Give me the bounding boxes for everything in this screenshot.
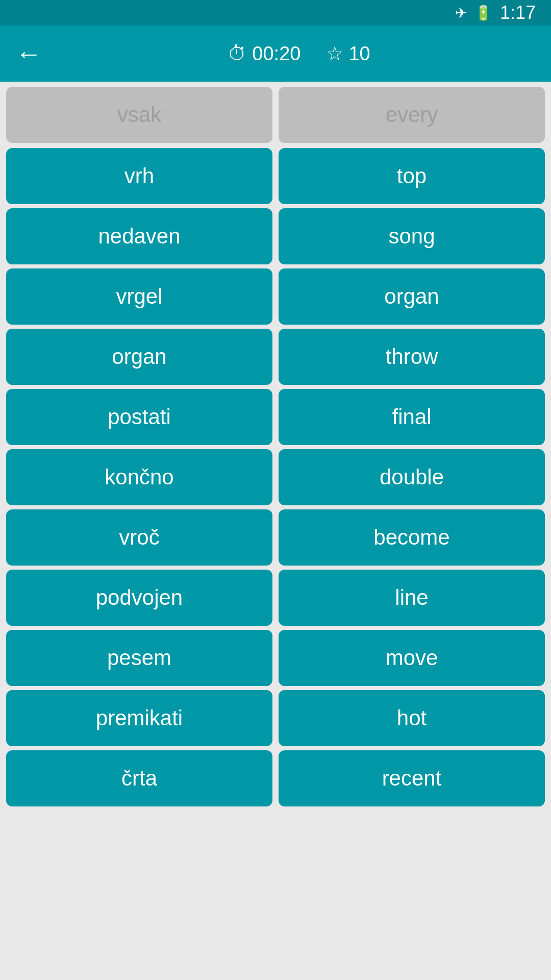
left-word-card[interactable]: premikati [6,690,272,746]
left-word-card[interactable]: organ [6,329,272,385]
left-header-card: vsak [6,87,272,143]
right-word-text: song [383,224,440,249]
left-word-text: postati [103,405,176,429]
timer-display: ⏱ 00:20 [228,43,300,65]
right-word-card[interactable]: recent [279,750,545,806]
word-grid: vrhnedavenvrgelorganpostatikončnovročpod… [0,148,551,806]
left-word-card[interactable]: vrh [6,148,272,204]
left-column: vrhnedavenvrgelorganpostatikončnovročpod… [6,148,272,806]
right-word-text: line [390,585,433,610]
right-word-card[interactable]: hot [279,690,545,746]
right-word-text: recent [377,766,447,791]
left-word-card[interactable]: nedaven [6,208,272,264]
right-word-card[interactable]: double [279,449,545,505]
right-header-card: every [279,87,545,143]
left-word-text: pesem [102,646,177,670]
status-time: 1:17 [500,2,536,23]
right-word-card[interactable]: song [279,208,545,264]
timer-icon: ⏱ [228,43,247,65]
timer-value: 00:20 [252,43,300,65]
right-word-text: hot [392,706,432,730]
right-column: topsongorganthrowfinaldoublebecomelinemo… [279,148,545,806]
left-word-text: nedaven [93,224,185,249]
left-word-card[interactable]: pesem [6,630,272,686]
star-icon: ☆ [326,42,343,65]
right-word-text: throw [381,345,443,369]
right-word-card[interactable]: throw [279,329,545,385]
left-word-text: vrh [119,164,159,188]
left-word-text: premikati [91,706,188,730]
left-word-text: organ [107,345,171,369]
left-header-text: vsak [117,103,161,127]
left-word-text: podvojen [91,585,188,610]
left-word-text: končno [99,465,179,489]
status-icons: ✈ 🔋 1:17 [455,2,536,23]
left-word-card[interactable]: vroč [6,509,272,566]
airplane-icon: ✈ [455,5,467,21]
app-header: ← ⏱ 00:20 ☆ 10 [0,26,551,82]
left-word-text: vroč [114,525,164,550]
right-word-card[interactable]: line [279,570,545,626]
right-word-card[interactable]: move [279,630,545,686]
status-bar: ✈ 🔋 1:17 [0,0,551,26]
right-word-card[interactable]: organ [279,268,545,325]
left-word-text: vrgel [111,284,167,309]
right-word-text: organ [379,284,444,309]
left-word-card[interactable]: postati [6,389,272,445]
right-word-card[interactable]: top [279,148,545,204]
right-word-text: top [392,164,432,188]
right-word-text: move [381,646,443,670]
header-center: ⏱ 00:20 ☆ 10 [62,42,536,65]
right-header-text: every [386,103,438,127]
left-word-card[interactable]: vrgel [6,268,272,325]
main-content: vsak every vrhnedavenvrgelorganpostatiko… [0,82,551,806]
header-cards-row: vsak every [0,82,551,148]
right-word-text: final [387,405,436,429]
back-button[interactable]: ← [15,40,42,67]
left-word-card[interactable]: črta [6,750,272,806]
left-word-card[interactable]: podvojen [6,570,272,626]
stars-value: 10 [348,43,370,65]
left-word-text: črta [116,766,162,791]
stars-display: ☆ 10 [326,42,370,65]
right-word-card[interactable]: final [279,389,545,445]
right-word-card[interactable]: become [279,509,545,566]
battery-icon: 🔋 [474,5,492,21]
right-word-text: become [368,525,455,550]
right-word-text: double [374,465,449,489]
left-word-card[interactable]: končno [6,449,272,505]
